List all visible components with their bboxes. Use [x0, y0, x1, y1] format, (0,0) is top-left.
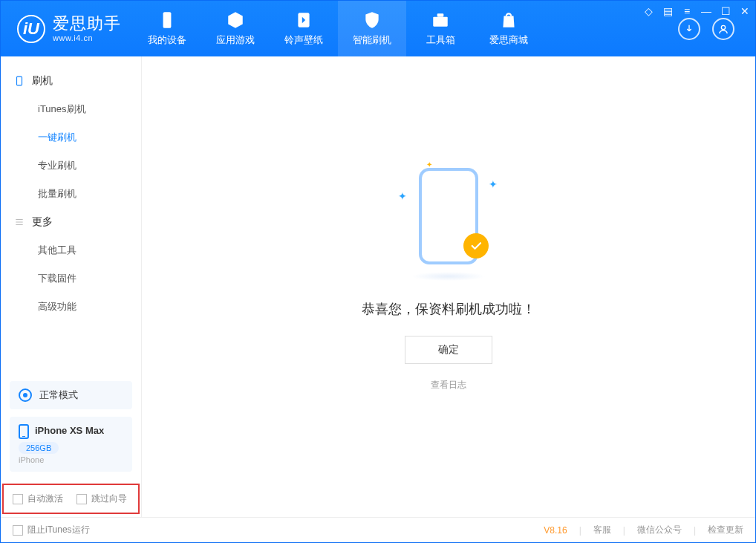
check-badge-icon: [463, 233, 489, 259]
toolbox-icon: [431, 10, 450, 30]
tab-device[interactable]: 我的设备: [133, 1, 201, 56]
sidebar-item-pro[interactable]: 专业刷机: [1, 152, 141, 180]
logo: iU 爱思助手 www.i4.cn: [1, 1, 133, 56]
success-illustration: ✦ ✦ ✦: [404, 168, 493, 272]
logo-icon: iU: [17, 15, 45, 43]
sidebar-group2-label: 更多: [32, 215, 53, 229]
sidebar-item-itunes[interactable]: iTunes刷机: [1, 95, 141, 123]
options-box: 自动激活 跳过向导: [2, 484, 140, 514]
app-window: iU 爱思助手 www.i4.cn 我的设备 应用游戏 铃声壁纸 智能刷机: [0, 0, 756, 543]
tab-device-label: 我的设备: [148, 33, 186, 47]
sidebar-group-flash: 刷机: [1, 67, 141, 95]
sidebar-group-more: 更多: [1, 208, 141, 236]
svg-rect-2: [433, 17, 448, 27]
sparkle-icon: ✦: [489, 178, 498, 190]
svg-rect-5: [17, 77, 22, 85]
view-log-link[interactable]: 查看日志: [431, 379, 466, 391]
device-name: iPhone XS Max: [35, 425, 104, 436]
sidebar-group1-label: 刷机: [32, 74, 53, 88]
tab-toolbox-label: 工具箱: [426, 33, 455, 47]
list-icon: [14, 217, 25, 227]
music-icon: [294, 10, 313, 30]
svg-rect-0: [163, 12, 172, 28]
checkbox-icon: [76, 494, 87, 504]
ok-button[interactable]: 确定: [405, 336, 492, 364]
tab-ringtone-label: 铃声壁纸: [284, 33, 323, 47]
wechat-link[interactable]: 微信公众号: [637, 524, 682, 536]
auto-activate-label: 自动激活: [27, 492, 63, 505]
sparkle-icon: ✦: [398, 190, 407, 202]
window-controls: ◇ ▤ ≡ — ☐ ✕: [642, 4, 751, 19]
title-bar: iU 爱思助手 www.i4.cn 我的设备 应用游戏 铃声壁纸 智能刷机: [1, 1, 755, 56]
block-itunes-label: 阻止iTunes运行: [27, 524, 90, 536]
minimize-button[interactable]: —: [700, 5, 712, 17]
mode-label: 正常模式: [39, 388, 78, 402]
main-content: ✦ ✦ ✦ 恭喜您，保资料刷机成功啦！ 确定 查看日志: [142, 56, 755, 517]
device-icon: [157, 10, 177, 30]
svg-rect-3: [437, 13, 444, 16]
tab-apps[interactable]: 应用游戏: [201, 1, 270, 56]
update-link[interactable]: 检查更新: [708, 524, 743, 536]
download-button[interactable]: [678, 18, 700, 40]
footer: 阻止iTunes运行 V8.16 | 客服 | 微信公众号 | 检查更新: [1, 517, 755, 542]
checkbox-auto-activate[interactable]: 自动激活: [13, 492, 63, 505]
mode-card[interactable]: 正常模式: [10, 381, 132, 409]
tab-flash-label: 智能刷机: [353, 33, 391, 47]
close-button[interactable]: ✕: [739, 5, 751, 17]
sidebar-item-oneclick[interactable]: 一键刷机: [1, 123, 141, 152]
app-url: www.i4.cn: [53, 33, 121, 42]
checkbox-block-itunes[interactable]: 阻止iTunes运行: [13, 524, 90, 536]
device-storage: 256GB: [19, 442, 59, 454]
svg-point-4: [721, 25, 725, 29]
tab-store-label: 爱思商城: [489, 33, 528, 47]
sidebar-item-firmware[interactable]: 下载固件: [1, 264, 141, 293]
sidebar: 刷机 iTunes刷机 一键刷机 专业刷机 批量刷机 更多 其他工具 下载固件 …: [1, 56, 142, 517]
sidebar-item-other[interactable]: 其他工具: [1, 236, 141, 264]
shield-icon: [362, 10, 382, 30]
maximize-button[interactable]: ☐: [720, 5, 731, 17]
checkbox-icon: [13, 525, 23, 536]
checkbox-icon: [13, 494, 23, 504]
phone-icon: [19, 424, 29, 439]
list-icon[interactable]: ▤: [662, 5, 674, 17]
support-link[interactable]: 客服: [593, 524, 611, 536]
success-message: 恭喜您，保资料刷机成功啦！: [362, 300, 535, 318]
checkbox-skip-guide[interactable]: 跳过向导: [76, 492, 127, 505]
tab-store[interactable]: 爱思商城: [475, 1, 543, 56]
sidebar-item-advanced[interactable]: 高级功能: [1, 293, 141, 321]
body: 刷机 iTunes刷机 一键刷机 专业刷机 批量刷机 更多 其他工具 下载固件 …: [1, 56, 755, 517]
device-card[interactable]: iPhone XS Max 256GB iPhone: [10, 417, 132, 472]
sidebar-item-batch[interactable]: 批量刷机: [1, 180, 141, 208]
tab-flash[interactable]: 智能刷机: [338, 1, 406, 56]
user-button[interactable]: [712, 18, 734, 40]
app-name: 爱思助手: [53, 15, 121, 33]
cube-icon: [226, 10, 245, 30]
skip-guide-label: 跳过向导: [91, 492, 127, 505]
tab-apps-label: 应用游戏: [216, 33, 255, 47]
tab-ringtone[interactable]: 铃声壁纸: [270, 1, 338, 56]
top-tabs: 我的设备 应用游戏 铃声壁纸 智能刷机 工具箱 爱思商城: [133, 1, 678, 56]
bag-icon: [499, 10, 518, 30]
device-type: iPhone: [19, 455, 123, 464]
tab-toolbox[interactable]: 工具箱: [406, 1, 475, 56]
tshirt-icon[interactable]: ◇: [642, 5, 654, 17]
version-label: V8.16: [544, 525, 567, 536]
menu-icon[interactable]: ≡: [681, 5, 693, 17]
mode-icon: [19, 388, 32, 402]
shadow: [411, 272, 486, 281]
phone-outline-icon: [14, 76, 25, 86]
